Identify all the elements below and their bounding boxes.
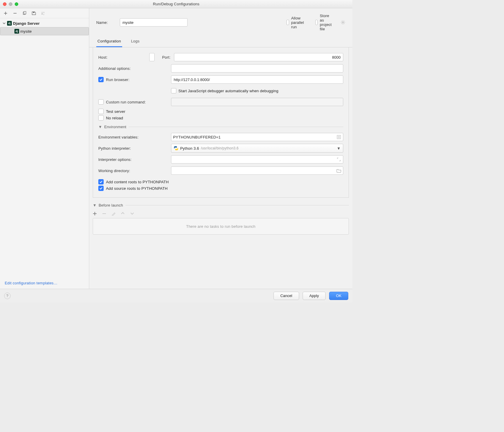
- additional-options-label: Additional options:: [98, 66, 168, 71]
- tree-group-label: Django Server: [13, 21, 40, 26]
- add-source-roots-label: Add source roots to PYTHONPATH: [106, 186, 168, 191]
- window-title: Run/Debug Configurations: [0, 2, 352, 6]
- host-label: Host:: [98, 55, 146, 60]
- edit-templates-link[interactable]: Edit configuration templates…: [0, 277, 89, 289]
- chevron-down-icon: [2, 22, 6, 25]
- start-js-debugger-checkbox[interactable]: Start JavaScript debugger automatically …: [171, 88, 278, 93]
- before-launch-toolbar: [93, 210, 349, 218]
- environment-section-label: Environment: [104, 125, 126, 129]
- expand-icon[interactable]: [336, 157, 341, 162]
- custom-run-command-input: [171, 98, 343, 106]
- python-interpreter-label: Python interpreter:: [98, 146, 168, 151]
- apply-button[interactable]: Apply: [303, 292, 326, 300]
- custom-run-command-checkbox[interactable]: Custom run command:: [98, 99, 168, 105]
- move-down-icon: [130, 212, 135, 216]
- before-launch-tasks-list: There are no tasks to run before launch: [93, 218, 349, 235]
- configuration-tree: dj Django Server dj mysite: [0, 18, 89, 277]
- remove-configuration-icon[interactable]: [12, 11, 18, 16]
- django-icon: dj: [14, 29, 19, 34]
- interpreter-options-label: Interpreter options:: [98, 157, 168, 162]
- tree-item-label: mysite: [20, 29, 32, 34]
- folder-icon[interactable]: [336, 168, 341, 173]
- port-input[interactable]: [174, 53, 343, 61]
- run-browser-checkbox[interactable]: Run browser:: [98, 77, 168, 82]
- cancel-button[interactable]: Cancel: [273, 292, 299, 300]
- checkbox-icon: [315, 20, 318, 25]
- move-up-icon: [121, 212, 126, 216]
- before-launch-section-header[interactable]: ▼ Before launch: [93, 203, 349, 207]
- save-configuration-icon[interactable]: [31, 11, 37, 16]
- port-label: Port:: [162, 55, 170, 60]
- python-interpreter-name: Python 3.6: [180, 146, 199, 151]
- dialog-footer: ? Cancel Apply OK: [0, 289, 352, 302]
- triangle-down-icon: ▼: [93, 203, 96, 207]
- ok-button[interactable]: OK: [329, 292, 348, 300]
- test-server-label: Test server: [106, 109, 125, 114]
- checkbox-icon: [286, 20, 289, 25]
- titlebar: Run/Debug Configurations: [0, 0, 352, 8]
- checkbox-icon: [98, 99, 104, 105]
- env-vars-input[interactable]: PYTHONUNBUFFERED=1: [171, 133, 343, 141]
- run-browser-label: Run browser:: [106, 78, 130, 82]
- remove-task-icon: [102, 212, 107, 216]
- add-task-icon[interactable]: [93, 212, 97, 216]
- allow-parallel-label: Allow parallel run: [291, 16, 304, 29]
- add-source-roots-checkbox[interactable]: Add source roots to PYTHONPATH: [98, 186, 343, 191]
- no-reload-checkbox[interactable]: No reload: [98, 115, 343, 121]
- working-directory-label: Working directory:: [98, 169, 168, 173]
- main-panel: Name: Allow parallel run Store as projec…: [89, 8, 352, 289]
- copy-configuration-icon[interactable]: [22, 11, 27, 16]
- checkbox-icon: [98, 77, 104, 82]
- store-as-project-label: Store as project file: [320, 14, 333, 31]
- environment-section-header[interactable]: ▼ Environment: [98, 125, 343, 129]
- allow-parallel-checkbox[interactable]: Allow parallel run: [286, 16, 304, 29]
- checkbox-icon: [98, 179, 104, 184]
- triangle-down-icon: ▼: [98, 125, 102, 129]
- checkbox-icon: [98, 186, 104, 191]
- sidebar-toolbar: az: [0, 8, 89, 18]
- configuration-panel: Host: Port: Additional options: Run brow…: [93, 47, 349, 198]
- store-as-project-checkbox[interactable]: Store as project file: [315, 14, 333, 31]
- name-label: Name:: [96, 20, 114, 25]
- svg-point-5: [342, 22, 344, 23]
- working-directory-input[interactable]: [171, 166, 343, 175]
- add-content-roots-label: Add content roots to PYTHONPATH: [106, 180, 169, 184]
- interpreter-options-input[interactable]: [171, 155, 343, 164]
- tab-configuration[interactable]: Configuration: [96, 37, 122, 47]
- no-reload-label: No reload: [106, 116, 123, 120]
- checkbox-icon: [98, 115, 104, 121]
- start-js-debugger-label: Start JavaScript debugger automatically …: [178, 89, 278, 93]
- django-icon: dj: [7, 21, 12, 26]
- svg-text:z: z: [43, 13, 44, 15]
- name-input[interactable]: [120, 18, 188, 27]
- list-icon[interactable]: [336, 135, 341, 139]
- custom-run-command-label: Custom run command:: [106, 100, 146, 104]
- env-vars-label: Environment variables:: [98, 135, 168, 139]
- before-launch-section-label: Before launch: [99, 203, 123, 207]
- svg-rect-1: [24, 11, 26, 14]
- tab-logs[interactable]: Logs: [130, 37, 141, 47]
- caret-down-icon: ▼: [337, 146, 341, 151]
- python-interpreter-path: /usr/local/bin/python3.6: [201, 146, 238, 150]
- svg-text:a: a: [43, 11, 44, 13]
- env-vars-value: PYTHONUNBUFFERED=1: [173, 135, 220, 139]
- add-content-roots-checkbox[interactable]: Add content roots to PYTHONPATH: [98, 179, 343, 184]
- before-launch-empty-text: There are no tasks to run before launch: [186, 224, 255, 229]
- help-button[interactable]: ?: [4, 293, 11, 299]
- run-browser-url-input[interactable]: [171, 75, 343, 84]
- add-configuration-icon[interactable]: [3, 11, 8, 16]
- checkbox-icon: [171, 88, 176, 93]
- svg-rect-2: [33, 12, 34, 13]
- sidebar: az dj Django Server dj mysite Edit confi…: [0, 8, 89, 289]
- tree-item-mysite[interactable]: dj mysite: [0, 27, 89, 35]
- tree-group-django-server[interactable]: dj Django Server: [0, 19, 89, 27]
- python-interpreter-dropdown[interactable]: Python 3.6 /usr/local/bin/python3.6 ▼: [171, 144, 343, 153]
- python-icon: [174, 146, 178, 151]
- additional-options-input[interactable]: [171, 64, 343, 72]
- host-input[interactable]: [149, 53, 155, 61]
- checkbox-icon: [98, 109, 104, 114]
- sort-configurations-icon[interactable]: az: [41, 11, 46, 16]
- edit-task-icon: [112, 212, 116, 216]
- test-server-checkbox[interactable]: Test server: [98, 109, 343, 114]
- gear-icon[interactable]: [341, 20, 345, 25]
